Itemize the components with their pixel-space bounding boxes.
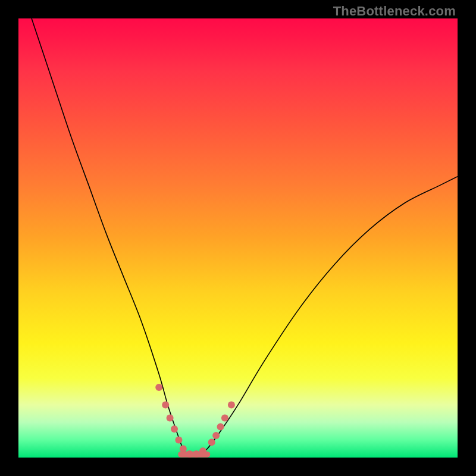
chart-frame: TheBottleneck.com bbox=[0, 0, 476, 476]
highlight-dot bbox=[167, 415, 174, 422]
attribution-text: TheBottleneck.com bbox=[333, 4, 456, 19]
highlight-dot bbox=[221, 415, 228, 422]
highlight-dot bbox=[162, 401, 169, 408]
highlight-dot bbox=[171, 425, 178, 433]
bottleneck-curve bbox=[32, 18, 458, 456]
plot-area bbox=[18, 18, 458, 458]
highlight-dot bbox=[212, 432, 220, 439]
highlight-dot bbox=[217, 423, 224, 430]
highlight-dot bbox=[208, 439, 215, 446]
highlight-dot bbox=[155, 384, 162, 391]
highlight-dot bbox=[175, 437, 182, 444]
highlight-dots-group bbox=[155, 384, 235, 458]
highlight-dot bbox=[228, 401, 235, 408]
highlight-dot bbox=[180, 445, 187, 452]
chart-svg bbox=[18, 18, 458, 458]
